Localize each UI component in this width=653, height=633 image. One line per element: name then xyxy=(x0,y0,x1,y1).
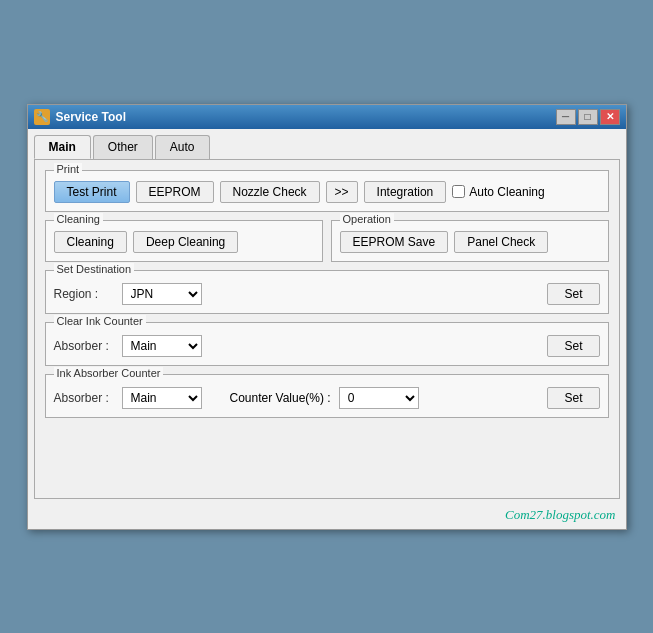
print-section: Print Test Print EEPROM Nozzle Check >> … xyxy=(45,170,609,212)
deep-cleaning-button[interactable]: Deep Cleaning xyxy=(133,231,238,253)
absorber-select-1[interactable]: Main Sub xyxy=(122,335,202,357)
absorber-label-2: Absorber : xyxy=(54,391,114,405)
auto-cleaning-label: Auto Cleaning xyxy=(469,185,544,199)
counter-value-label: Counter Value(%) : xyxy=(230,391,331,405)
tab-content-main: Print Test Print EEPROM Nozzle Check >> … xyxy=(34,159,620,499)
clear-ink-counter-set-button[interactable]: Set xyxy=(547,335,599,357)
eeprom-save-button[interactable]: EEPROM Save xyxy=(340,231,449,253)
set-destination-section: Set Destination Region : JPN USA EUR Set xyxy=(45,270,609,314)
ink-absorber-counter-label: Ink Absorber Counter xyxy=(54,367,164,379)
nozzle-check-button[interactable]: Nozzle Check xyxy=(220,181,320,203)
minimize-button[interactable]: ─ xyxy=(556,109,576,125)
tab-other[interactable]: Other xyxy=(93,135,153,159)
tab-bar: Main Other Auto xyxy=(34,135,620,159)
clear-ink-counter-label: Clear Ink Counter xyxy=(54,315,146,327)
ink-absorber-counter-row: Absorber : Main Sub Counter Value(%) : 0… xyxy=(54,387,600,409)
print-section-label: Print xyxy=(54,163,83,175)
watermark: Com27.blogspot.com xyxy=(34,499,620,523)
tab-auto[interactable]: Auto xyxy=(155,135,210,159)
cleaning-section-label: Cleaning xyxy=(54,213,103,225)
set-destination-button[interactable]: Set xyxy=(547,283,599,305)
cleaning-button[interactable]: Cleaning xyxy=(54,231,127,253)
clear-ink-counter-section: Clear Ink Counter Absorber : Main Sub Se… xyxy=(45,322,609,366)
clear-ink-counter-row: Absorber : Main Sub Set xyxy=(54,335,600,357)
print-buttons-row: Test Print EEPROM Nozzle Check >> Integr… xyxy=(54,181,600,203)
ink-absorber-counter-section: Ink Absorber Counter Absorber : Main Sub… xyxy=(45,374,609,418)
cleaning-buttons-row: Cleaning Deep Cleaning xyxy=(54,231,314,253)
panel-check-button[interactable]: Panel Check xyxy=(454,231,548,253)
absorber-select-2[interactable]: Main Sub xyxy=(122,387,202,409)
tab-main[interactable]: Main xyxy=(34,135,91,159)
test-print-button[interactable]: Test Print xyxy=(54,181,130,203)
window-icon: 🔧 xyxy=(34,109,50,125)
window-body: Main Other Auto Print Test Print EEPROM … xyxy=(28,129,626,529)
ink-absorber-set-button[interactable]: Set xyxy=(547,387,599,409)
window-title: Service Tool xyxy=(56,110,126,124)
eeprom-button[interactable]: EEPROM xyxy=(136,181,214,203)
arrow-button[interactable]: >> xyxy=(326,181,358,203)
maximize-button[interactable]: □ xyxy=(578,109,598,125)
operation-section: Operation EEPROM Save Panel Check xyxy=(331,220,609,262)
absorber-label-1: Absorber : xyxy=(54,339,114,353)
cleaning-section: Cleaning Cleaning Deep Cleaning xyxy=(45,220,323,262)
auto-cleaning-checkbox[interactable] xyxy=(452,185,465,198)
set-destination-label: Set Destination xyxy=(54,263,135,275)
auto-cleaning-checkbox-row: Auto Cleaning xyxy=(452,185,544,199)
counter-value-select[interactable]: 0 10 20 50 100 xyxy=(339,387,419,409)
main-window: 🔧 Service Tool ─ □ ✕ Main Other Auto Pri… xyxy=(27,104,627,530)
close-button[interactable]: ✕ xyxy=(600,109,620,125)
operation-section-label: Operation xyxy=(340,213,394,225)
title-bar-buttons: ─ □ ✕ xyxy=(556,109,620,125)
set-destination-row: Region : JPN USA EUR Set xyxy=(54,283,600,305)
title-bar: 🔧 Service Tool ─ □ ✕ xyxy=(28,105,626,129)
integration-button[interactable]: Integration xyxy=(364,181,447,203)
region-label: Region : xyxy=(54,287,114,301)
operation-buttons-row: EEPROM Save Panel Check xyxy=(340,231,600,253)
region-select[interactable]: JPN USA EUR xyxy=(122,283,202,305)
